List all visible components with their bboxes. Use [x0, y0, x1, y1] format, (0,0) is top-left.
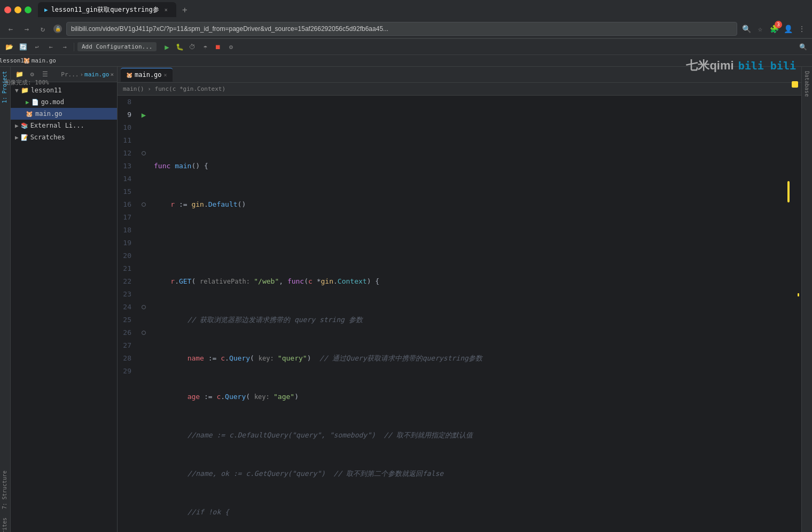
var-age: age [188, 390, 200, 403]
breadcrumb-project: Pr... [61, 71, 79, 78]
new-tab-btn[interactable]: + [178, 3, 191, 16]
browser-icons: 🔍 ☆ 🧩 3 👤 ⋮ [740, 23, 808, 35]
var-r2: r [170, 275, 175, 288]
global-search-btn[interactable]: 🔍 [797, 41, 809, 53]
code-line-15: age := c.Query( key: "age") [154, 390, 801, 403]
menu-icon[interactable]: ⋮ [796, 23, 808, 35]
profile-run-btn[interactable]: ⏱ [186, 41, 198, 53]
gomod-icon: ▶ [26, 99, 29, 106]
ln-10: 10 [118, 121, 135, 134]
tab-favicon: ▶ [44, 6, 48, 13]
debug-btn[interactable]: 🐛 [174, 41, 185, 53]
project-panel-label[interactable]: 1: Project [0, 67, 10, 107]
ln-15: 15 [118, 185, 135, 198]
search-browser-icon[interactable]: 🔍 [740, 23, 752, 35]
address-input[interactable] [66, 22, 737, 36]
ln-14: 14 [118, 173, 135, 185]
code-content[interactable]: func main() { r := gin.Default() r.GET( … [149, 96, 801, 532]
breadcrumb-close[interactable]: × [110, 71, 114, 78]
browser-tab-active[interactable]: ▶ lesson11_gin获取querystring参 × [38, 2, 176, 17]
more-run-btn[interactable]: ⚙ [225, 41, 237, 53]
bp-26[interactable] [142, 331, 146, 335]
code-line-16: //name := c.DefaultQuery("query", "someb… [154, 429, 801, 442]
forward-nav-btn[interactable]: → [59, 41, 71, 53]
undo-btn[interactable]: ↩ [31, 41, 43, 53]
toolbar-separator [74, 43, 74, 51]
folder-open-btn[interactable]: 📂 [3, 41, 15, 53]
main-go-tab[interactable]: 🐹 main.go [23, 57, 56, 64]
var-c3: c [216, 390, 221, 403]
window-min-btn[interactable] [14, 6, 21, 13]
fn-main: main [175, 160, 191, 173]
code-line-10: r := gin.Default() [154, 198, 801, 211]
paren-4: ) { [367, 275, 379, 288]
ln-13: 13 [118, 160, 135, 173]
structure-panel-label[interactable]: 7: Structure [0, 466, 10, 513]
extension-icon[interactable]: 🧩 3 [768, 23, 780, 35]
cmt-13: // 获取浏览器那边发请求携带的 query string 参数 [188, 314, 363, 326]
code-editor[interactable]: 8 9 10 11 12 13 14 15 16 17 18 19 20 21 … [118, 96, 801, 532]
file-toolbar-layout[interactable]: ☰ [40, 69, 50, 80]
refresh-btn[interactable]: ↻ [36, 22, 49, 35]
indent-17 [154, 467, 188, 480]
dot-1: . [204, 198, 208, 211]
gi-10 [139, 121, 149, 134]
indent-18 [154, 506, 188, 519]
dot-3: . [333, 275, 338, 288]
breadcrumb-file[interactable]: main.go [84, 71, 109, 78]
tree-item-gomod[interactable]: ▶ 📄 go.mod [11, 96, 117, 108]
kw-func2: func [287, 275, 304, 288]
editor-tab-close[interactable]: × [164, 72, 167, 78]
scratches-expand-icon: ▶ [15, 134, 19, 141]
minimap-highlight [787, 181, 790, 202]
breadcrumb-content: main() › func(c *gin.Context) [123, 85, 225, 92]
bp-12[interactable] [142, 151, 146, 155]
gi-15 [139, 185, 149, 198]
right-panel: Database [801, 67, 812, 532]
indent-14 [154, 352, 188, 365]
punc-1: () { [191, 160, 208, 173]
op-assign1: := [175, 198, 191, 211]
tree-item-scratches[interactable]: ▶ 📝 Scratches [11, 131, 117, 143]
param-key1: key: [259, 352, 278, 365]
bookmark-icon[interactable]: ☆ [754, 23, 766, 35]
database-panel-label[interactable]: Database [803, 69, 811, 99]
profile-icon[interactable]: 👤 [782, 23, 794, 35]
window-max-btn[interactable] [25, 6, 32, 13]
code-line-18: //if !ok { [154, 506, 801, 519]
paren-1: () [238, 198, 246, 211]
scrollbar-indicator [798, 293, 799, 296]
stop-btn[interactable]: ⏹ [212, 41, 224, 53]
tree-item-external[interactable]: ▶ 📚 External Li... [11, 120, 117, 131]
project-tab-lesson11[interactable]: 📁 lesson11 [3, 55, 15, 67]
ln-24: 24 [118, 301, 135, 314]
ln-25: 25 [118, 314, 135, 326]
kw-func: func [154, 160, 175, 173]
param-key2: key: [254, 390, 274, 403]
editor-tab-icon: 🐹 [126, 72, 132, 78]
file-toolbar-folder[interactable]: 📁 [14, 69, 25, 80]
bp-16[interactable] [142, 202, 146, 207]
file-toolbar-gear[interactable]: ⚙ [27, 69, 37, 80]
back-nav-btn[interactable]: ← [45, 41, 57, 53]
back-btn[interactable]: ← [4, 22, 17, 35]
fn-get: GET [179, 275, 191, 288]
paren-3: ( [304, 275, 308, 288]
sync-btn[interactable]: 🔄 [17, 41, 29, 53]
external-lib-icon: 📚 [21, 122, 28, 129]
tab-close-btn[interactable]: × [162, 6, 170, 13]
tree-item-maingo[interactable]: 🐹 main.go [11, 108, 117, 120]
gi-9[interactable]: ▶ [139, 108, 149, 121]
editor-tab-label: main.go [135, 71, 162, 79]
bp-24[interactable] [142, 305, 146, 309]
add-config-btn[interactable]: Add Configuration... [77, 42, 157, 51]
forward-btn[interactable]: → [20, 22, 33, 35]
tab-bar: ▶ lesson11_gin获取querystring参 × + [0, 0, 812, 19]
favorites-panel-label[interactable]: 2: Favorites [0, 513, 10, 532]
gi-29 [139, 365, 149, 378]
editor-tab-maingo[interactable]: 🐹 main.go × [121, 68, 173, 82]
coverage-btn[interactable]: ☂ [199, 41, 211, 53]
paren-5: ( [250, 352, 259, 365]
run-btn[interactable]: ▶ [161, 41, 173, 53]
window-close-btn[interactable] [4, 6, 11, 13]
